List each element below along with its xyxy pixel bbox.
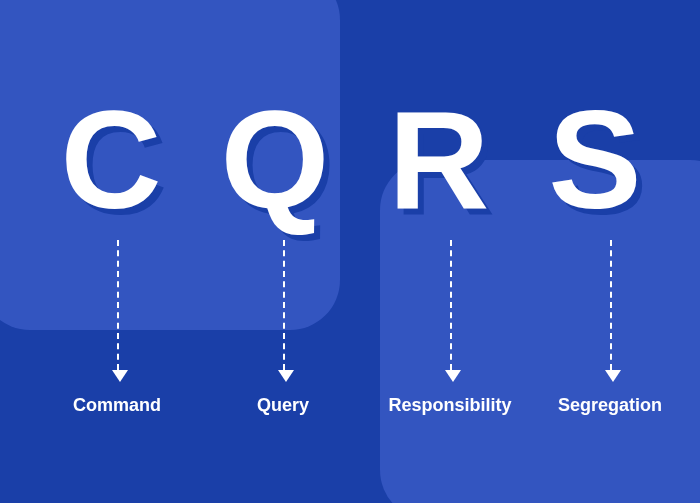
label-command: Command (73, 395, 161, 416)
connector-line-c (117, 240, 119, 370)
letter-s: S (548, 90, 639, 230)
expansion-labels: Command Query Responsibility Segregation (0, 395, 700, 425)
letter-q: Q (220, 90, 327, 230)
arrowhead-icon (445, 370, 461, 382)
letter-r: R (388, 90, 487, 230)
letter-c: C (60, 90, 159, 230)
arrowhead-icon (112, 370, 128, 382)
connector-line-s (610, 240, 612, 370)
connector-lines (0, 240, 700, 400)
acronym-letters: C Q R S (0, 90, 700, 230)
arrowhead-icon (278, 370, 294, 382)
diagram-content: C Q R S Command Query Responsibility Seg… (0, 0, 700, 503)
label-responsibility: Responsibility (388, 395, 511, 416)
label-query: Query (257, 395, 309, 416)
label-segregation: Segregation (558, 395, 662, 416)
connector-line-r (450, 240, 452, 370)
connector-line-q (283, 240, 285, 370)
arrowhead-icon (605, 370, 621, 382)
